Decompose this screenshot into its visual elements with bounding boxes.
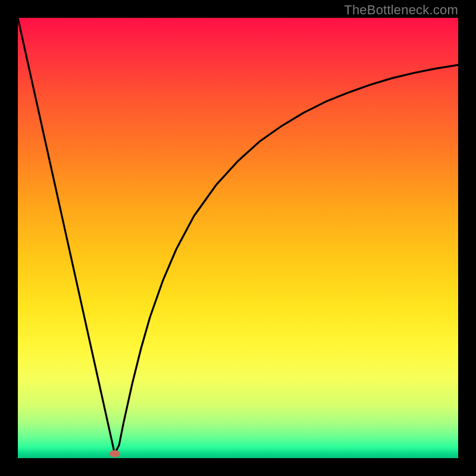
bottleneck-curve — [18, 18, 458, 454]
min-marker — [109, 450, 120, 458]
chart-frame: TheBottleneck.com — [0, 0, 476, 476]
plot-area — [18, 18, 458, 458]
curve-layer — [18, 18, 458, 458]
watermark-text: TheBottleneck.com — [344, 2, 458, 18]
